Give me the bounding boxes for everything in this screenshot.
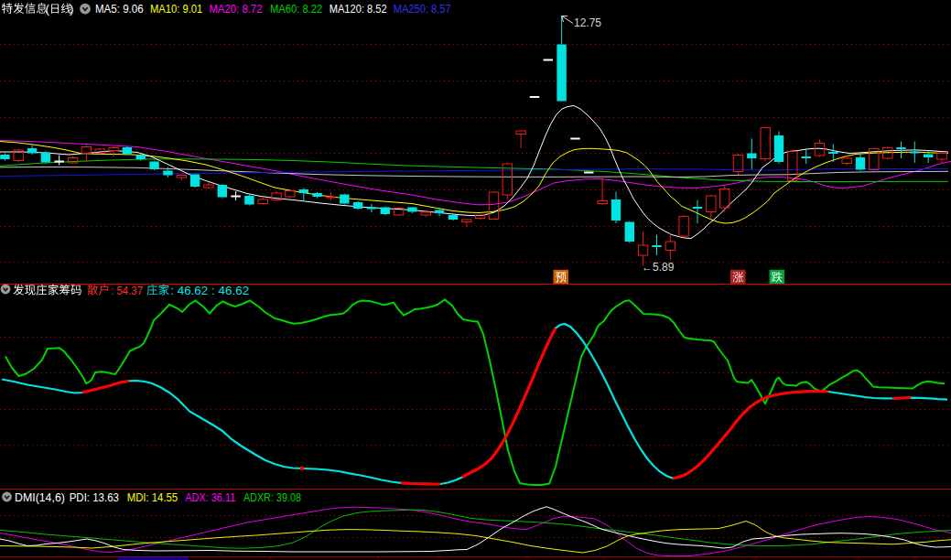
svg-text:(: ( [46, 2, 50, 16]
svg-text:MA120: 8.52: MA120: 8.52 [330, 3, 387, 16]
svg-text:MA250: 8.57: MA250: 8.57 [394, 3, 451, 16]
svg-text:MA5: 9.06: MA5: 9.06 [95, 3, 144, 16]
svg-text:MA60: 8.22: MA60: 8.22 [270, 3, 322, 16]
svg-text:PDI: 13.63: PDI: 13.63 [70, 491, 119, 504]
svg-text:ADX: 36.11: ADX: 36.11 [185, 491, 235, 504]
svg-text:DMI(14,6): DMI(14,6) [15, 491, 65, 504]
svg-text:12.75: 12.75 [574, 16, 601, 29]
svg-text:ADXR: 39.08: ADXR: 39.08 [243, 491, 301, 504]
svg-text:): ) [70, 2, 74, 16]
svg-text:: 54.37: : 54.37 [111, 285, 143, 297]
svg-text:: 46.62 : 46.62: : 46.62 : 46.62 [170, 285, 249, 297]
svg-text:MA20: 8.72: MA20: 8.72 [209, 3, 262, 16]
svg-text:MA10: 9.01: MA10: 9.01 [150, 3, 202, 16]
svg-text:←5.89: ←5.89 [642, 261, 675, 274]
svg-text:MDI: 14.55: MDI: 14.55 [127, 491, 178, 504]
